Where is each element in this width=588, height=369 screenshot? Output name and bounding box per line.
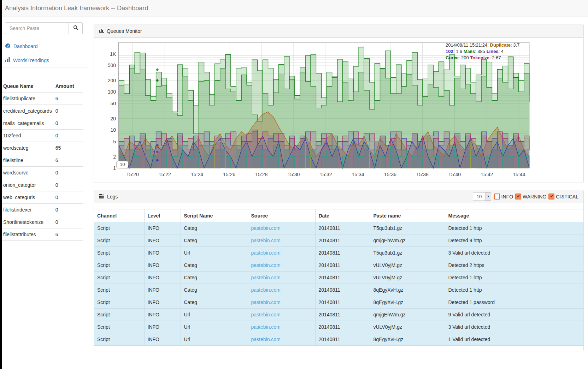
sidebar: Dashboard WordsTrendings Queue Name Amou… — [0, 17, 88, 369]
log-row: ScriptINFOUrlpastebin.com20140811vULV0yj… — [94, 321, 583, 333]
log-cell-channel: Script — [94, 259, 144, 272]
log-cell-message: Detected 1 http — [445, 272, 583, 284]
queue-name-cell: wordscateg — [0, 142, 52, 154]
filter-warning[interactable]: WARNING — [515, 194, 546, 200]
filter-info[interactable]: INFO — [494, 194, 513, 200]
log-cell-script: Url — [181, 333, 248, 346]
svg-text:15:32: 15:32 — [319, 172, 332, 177]
page-title: Analysis Information Leak framework -- D… — [0, 5, 148, 12]
paste-source-link[interactable]: pastebin.com — [251, 250, 281, 256]
paste-source-link[interactable]: pastebin.com — [251, 324, 281, 330]
sidebar-item-dashboard[interactable]: Dashboard — [0, 39, 88, 53]
log-cell-source: pastebin.com — [248, 247, 315, 259]
log-cell-script: Categ — [181, 296, 248, 309]
queue-amount-cell: 0 — [52, 130, 83, 142]
sidebar-divider — [0, 67, 88, 67]
log-cell-script: Categ — [181, 259, 248, 272]
queues-panel-heading: Queues Monitor — [94, 24, 583, 38]
tasks-icon — [99, 194, 104, 200]
log-cell-level: INFO — [144, 222, 181, 234]
log-cell-source: pastebin.com — [248, 296, 315, 309]
queue-name-cell: web_categurls — [0, 191, 52, 204]
legend-segment: : 200 — [459, 55, 470, 60]
legend-segment: : 4 — [499, 49, 504, 54]
logs-header-paste-name: Paste name — [370, 209, 445, 222]
queue-row: mails_categemails0 — [0, 117, 83, 130]
logs-body: ChannelLevelScript NameSourceDatePaste n… — [94, 203, 583, 351]
log-cell-level: INFO — [144, 296, 181, 309]
log-row: ScriptINFOCategpastebin.com201408118qEgy… — [94, 296, 583, 309]
legend-segment: Tokenize — [470, 55, 489, 60]
search-input[interactable] — [5, 22, 69, 34]
filter-critical[interactable]: CRITICAL — [548, 194, 578, 200]
log-row: ScriptINFOCategpastebin.com20140811vULV0… — [94, 259, 583, 272]
legend-segment: : 3.7 — [511, 42, 519, 48]
queue-amount-cell: 6 — [52, 228, 83, 241]
queue-amount-cell: 0 — [52, 204, 83, 216]
log-cell-date: 20140811 — [315, 272, 370, 284]
sidebar-item-wordstrendings[interactable]: WordsTrendings — [0, 53, 88, 67]
log-cell-message: 1 Valid url detected — [445, 333, 583, 346]
svg-text:15:38: 15:38 — [416, 172, 429, 177]
paste-source-link[interactable]: pastebin.com — [251, 238, 281, 243]
paste-source-link[interactable]: pastebin.com — [251, 312, 281, 317]
log-level-filters: INFOWARNINGCRITICAL — [494, 194, 578, 200]
queue-row: filelistattributes6 — [0, 228, 83, 241]
log-cell-date: 20140811 — [315, 321, 370, 333]
log-cell-level: INFO — [144, 333, 181, 346]
queue-row: 102feed0 — [0, 130, 83, 142]
logs-header-level: Level — [144, 209, 181, 222]
sidebar-item-label: WordsTrendings — [13, 58, 49, 63]
queue-name-cell: wordscurve — [0, 167, 52, 179]
logs-panel: Logs 10 ▼ INFOWARNINGCRITICAL ChannelLev… — [94, 190, 584, 351]
paste-source-link[interactable]: pastebin.com — [251, 225, 281, 231]
log-cell-channel: Script — [94, 247, 144, 259]
page-left-edge — [0, 0, 2, 369]
chart-legend: 2014/08/11 15:21:24: Duplicate: 3.7102: … — [446, 42, 519, 61]
svg-text:15:44: 15:44 — [513, 172, 525, 177]
filter-label: INFO — [501, 194, 513, 200]
queue-amount-cell: 0 — [52, 105, 83, 117]
log-cell-script: Url — [181, 309, 248, 321]
checkbox-info-icon[interactable] — [494, 194, 500, 200]
dashboard-gauge-icon — [5, 43, 11, 49]
paste-source-link[interactable]: pastebin.com — [251, 287, 281, 293]
search-group — [5, 22, 83, 34]
checkbox-critical-icon[interactable] — [548, 194, 554, 200]
log-cell-source: pastebin.com — [248, 321, 315, 333]
queue-row: wordscateg65 — [0, 142, 83, 154]
legend-segment: Duplicate — [490, 42, 511, 48]
search-button[interactable] — [69, 22, 83, 34]
paste-source-link[interactable]: pastebin.com — [251, 275, 281, 280]
queue-row: wordscurve0 — [0, 167, 83, 179]
paste-source-link[interactable]: pastebin.com — [251, 337, 281, 342]
svg-text:1: 1 — [113, 165, 116, 171]
paste-source-link[interactable]: pastebin.com — [251, 299, 281, 305]
queue-amount-cell: 0 — [52, 117, 83, 130]
log-cell-level: INFO — [144, 272, 181, 284]
log-cell-message: Detected 1 http — [445, 284, 583, 296]
logs-panel-heading: Logs 10 ▼ INFOWARNINGCRITICAL — [94, 190, 583, 203]
paste-source-link[interactable]: pastebin.com — [251, 262, 281, 268]
log-cell-level: INFO — [144, 247, 181, 259]
panel-title: Logs — [107, 194, 118, 200]
checkbox-warning-icon[interactable] — [515, 194, 521, 200]
search-icon — [73, 25, 78, 31]
log-row: ScriptINFOUrlpastebin.com20140811qmjgEhW… — [94, 309, 583, 321]
queue-table-header-amount: Amount — [52, 80, 83, 93]
log-cell-script: Categ — [181, 234, 248, 247]
legend-segment: : 1.6 — [453, 49, 464, 54]
page-size-select[interactable]: 10 ▼ — [473, 192, 491, 201]
queue-name-cell: creditcard_categcards — [0, 105, 52, 117]
svg-text:5: 5 — [113, 139, 116, 144]
log-cell-level: INFO — [144, 259, 181, 272]
log-cell-channel: Script — [94, 309, 144, 321]
log-cell-date: 20140811 — [315, 247, 370, 259]
log-cell-paste: vULV0yjM.gz — [370, 272, 445, 284]
svg-text:2: 2 — [113, 154, 116, 160]
queue-name-cell: onion_categtor — [0, 179, 52, 191]
log-cell-message: Detected 9 http — [445, 234, 583, 247]
queue-amount-cell: 0 — [52, 167, 83, 179]
main-content: Queues Monitor 15:2015:2215:2415:2615:28… — [94, 17, 584, 351]
log-cell-source: pastebin.com — [248, 222, 315, 234]
